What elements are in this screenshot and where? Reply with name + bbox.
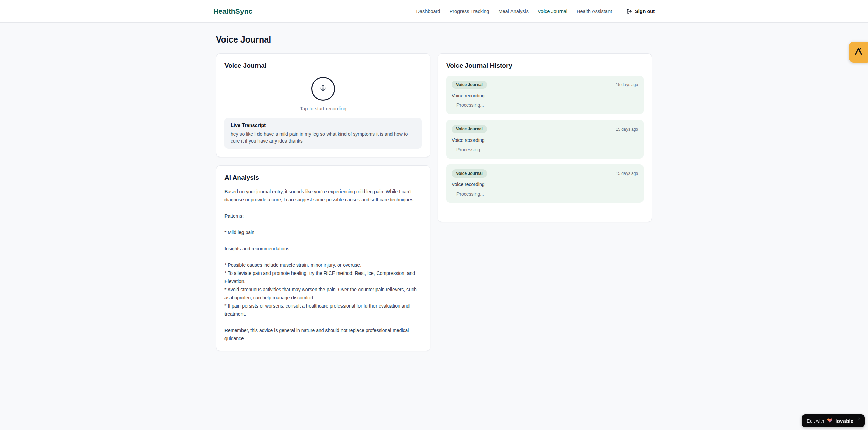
sign-out-button[interactable]: Sign out (627, 9, 655, 14)
page-title: Voice Journal (216, 35, 652, 45)
history-entry-header: Voice Journal 15 days ago (452, 169, 638, 178)
record-button[interactable] (311, 77, 335, 101)
entry-timestamp: 15 days ago (616, 171, 638, 176)
edit-with-lovable-badge[interactable]: Edit with lovable × (802, 414, 865, 427)
nav-item-dashboard[interactable]: Dashboard (416, 9, 440, 14)
history-list: Voice Journal 15 days ago Voice recordin… (446, 76, 644, 214)
main-content: Voice Journal Voice Journal (216, 23, 652, 351)
content-grid: Voice Journal Tap to start recording (216, 53, 652, 351)
entry-processing-status: Processing... (452, 102, 638, 109)
nav-item-voice-journal[interactable]: Voice Journal (538, 9, 567, 14)
voice-journal-history-card: Voice Journal History Voice Journal 15 d… (438, 53, 652, 222)
history-entry-header: Voice Journal 15 days ago (452, 81, 638, 89)
nav-item-meal-analysis[interactable]: Meal Analysis (498, 9, 529, 14)
nav-item-progress-tracking[interactable]: Progress Tracking (449, 9, 489, 14)
voice-journal-badge: Voice Journal (452, 169, 487, 178)
header-container: HealthSync Dashboard Progress Tracking M… (205, 7, 663, 15)
nav-item-health-assistant[interactable]: Health Assistant (577, 9, 612, 14)
edit-with-label: Edit with (807, 418, 824, 424)
history-entry-header: Voice Journal 15 days ago (452, 125, 638, 133)
live-transcript-text: hey so like I do have a mild pain in my … (231, 131, 416, 144)
entry-timestamp: 15 days ago (616, 127, 638, 132)
log-out-icon (627, 9, 632, 14)
edge-helper-widget[interactable] (849, 42, 868, 63)
voice-journal-badge: Voice Journal (452, 81, 487, 89)
history-entry: Voice Journal 15 days ago Voice recordin… (446, 76, 644, 114)
heart-icon (827, 417, 833, 425)
close-icon[interactable]: × (858, 416, 861, 421)
microphone-icon (319, 85, 327, 93)
history-entry: Voice Journal 15 days ago Voice recordin… (446, 164, 644, 203)
entry-title: Voice recording (452, 182, 638, 187)
tap-to-record-hint: Tap to start recording (300, 106, 346, 111)
ai-analysis-title: AI Analysis (224, 174, 422, 181)
lovable-brand-label: lovable (835, 418, 853, 424)
recorder-area: Tap to start recording (224, 76, 422, 111)
main-nav: Dashboard Progress Tracking Meal Analysi… (416, 9, 655, 14)
recorder-card-title: Voice Journal (224, 62, 422, 69)
entry-processing-status: Processing... (452, 146, 638, 153)
history-entry: Voice Journal 15 days ago Voice recordin… (446, 120, 644, 158)
history-card-title: Voice Journal History (446, 62, 644, 69)
live-transcript-box: Live Transcript hey so like I do have a … (224, 118, 422, 149)
voice-recorder-card: Voice Journal Tap to start recording (216, 53, 430, 157)
brand-logo[interactable]: HealthSync (213, 7, 252, 15)
entry-processing-status: Processing... (452, 191, 638, 197)
entry-title: Voice recording (452, 137, 638, 143)
top-nav-bar: HealthSync Dashboard Progress Tracking M… (0, 0, 868, 23)
live-transcript-title: Live Transcript (231, 122, 416, 128)
entry-title: Voice recording (452, 93, 638, 98)
ai-analysis-text: Based on your journal entry, it sounds l… (224, 187, 422, 343)
entry-timestamp: 15 days ago (616, 82, 638, 87)
sign-out-label: Sign out (635, 9, 655, 14)
left-column: Voice Journal Tap to start recording (216, 53, 430, 351)
ai-analysis-card: AI Analysis Based on your journal entry,… (216, 165, 430, 351)
voice-journal-badge: Voice Journal (452, 125, 487, 133)
amber-logo-icon (854, 47, 863, 57)
